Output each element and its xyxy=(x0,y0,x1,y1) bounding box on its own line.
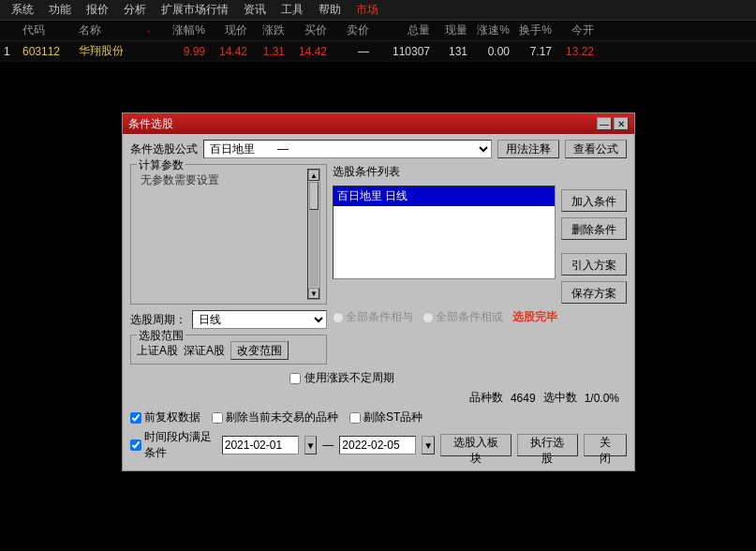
radio-all-or[interactable]: 全部条件相或 xyxy=(422,309,503,325)
selected-count-label: 选中数 xyxy=(543,390,577,406)
select-board-button[interactable]: 选股入板块 xyxy=(440,434,511,456)
close-dialog-button[interactable]: 关闭 xyxy=(584,434,627,456)
menu-analysis[interactable]: 分析 xyxy=(116,0,154,20)
species-count-value: 4649 xyxy=(511,392,536,405)
menu-system[interactable]: 系统 xyxy=(4,0,41,20)
dialog-title-bar: 条件选股 — ✕ xyxy=(123,113,634,134)
range-label: 选股范围 xyxy=(137,328,185,344)
date-from-input[interactable] xyxy=(222,436,299,454)
menu-help[interactable]: 帮助 xyxy=(311,0,348,20)
menu-quote[interactable]: 报价 xyxy=(79,0,116,20)
params-area: 无参数需要设置 ▲ ▼ xyxy=(137,169,320,300)
menu-bar: 系统 功能 报价 分析 扩展市场行情 资讯 工具 帮助 市场 xyxy=(0,0,756,21)
header-dot: · xyxy=(144,24,154,37)
header-change: 涨跌 xyxy=(247,22,285,38)
add-condition-button[interactable]: 加入条件 xyxy=(561,189,627,212)
header-pct: 涨幅% xyxy=(154,22,205,38)
range-item-shanghai: 上证A股 xyxy=(137,343,178,359)
row-buy: 14.42 xyxy=(285,45,327,58)
params-scrollbar[interactable]: ▲ ▼ xyxy=(307,169,320,300)
check-formula-button[interactable]: 查看公式 xyxy=(565,140,627,158)
menu-info[interactable]: 资讯 xyxy=(236,0,274,20)
prev-data-checkbox-row[interactable]: 前复权数据 xyxy=(130,410,200,425)
period-row: 选股周期： 日线 xyxy=(130,310,327,329)
prev-data-checkbox[interactable] xyxy=(130,412,141,424)
table-row[interactable]: 1 603112 华翔股份 9.99 14.42 1.31 14.42 — 11… xyxy=(0,41,756,62)
remove-st-label: 剔除ST品种 xyxy=(363,410,422,425)
right-panel: 选股条件列表 百日地里 日线 加入条件 删除条件 引入方案 保存方案 xyxy=(333,164,627,365)
formula-select[interactable]: 百日地里 — xyxy=(203,140,492,158)
dialog-close-button[interactable]: ✕ xyxy=(614,117,629,130)
use-jump-checkbox[interactable] xyxy=(289,373,301,384)
radio-row: 全部条件相与 全部条件相或 选股完毕 xyxy=(333,309,627,325)
row-open: 13.22 xyxy=(552,45,594,58)
menu-market[interactable]: 市场 xyxy=(348,0,386,20)
select-complete-text: 选股完毕 xyxy=(512,309,557,325)
use-jump-row: 使用涨跌不定周期 xyxy=(289,370,627,386)
date-action-row: 时间段内满足条件 ▼ — ▼ 选股入板块 执行选股 关闭 xyxy=(130,429,627,461)
remove-condition-button[interactable]: 删除条件 xyxy=(561,217,627,240)
scroll-down-btn[interactable]: ▼ xyxy=(308,288,319,299)
header-name: 名称 xyxy=(79,22,144,38)
dialog-body: 条件选股公式 百日地里 — 用法注释 查看公式 计算参数 无参数需要设置 ▲ xyxy=(123,134,634,470)
header-speed: 涨速% xyxy=(467,22,510,38)
radio-all-and[interactable]: 全部条件相与 xyxy=(333,309,413,325)
header-cur: 现量 xyxy=(430,22,467,38)
calc-params-group: 计算参数 无参数需要设置 ▲ ▼ xyxy=(130,164,327,305)
menu-tools[interactable]: 工具 xyxy=(274,0,311,20)
remove-st-checkbox-row[interactable]: 剔除ST品种 xyxy=(349,410,422,425)
period-select[interactable]: 日线 xyxy=(192,310,327,329)
row-pct: 9.99 xyxy=(154,45,205,58)
conditions-list[interactable]: 百日地里 日线 xyxy=(333,186,556,279)
formula-row: 条件选股公式 百日地里 — 用法注释 查看公式 xyxy=(130,140,627,158)
execute-button[interactable]: 执行选股 xyxy=(517,434,579,456)
scroll-thumb[interactable] xyxy=(309,182,319,210)
stats-row: 品种数 4649 选中数 1/0.0% xyxy=(130,390,627,406)
left-buttons: 加入条件 删除条件 引入方案 保存方案 xyxy=(561,189,627,304)
row-total: 110307 xyxy=(369,45,430,58)
formula-label: 条件选股公式 xyxy=(130,141,198,157)
range-content: 上证A股 深证A股 改变范围 xyxy=(137,341,320,360)
remove-st-checkbox[interactable] xyxy=(349,412,361,424)
range-item-shenzhen: 深证A股 xyxy=(184,343,225,359)
date-from-picker[interactable]: ▼ xyxy=(304,436,318,454)
remove-no-trade-label: 剔除当前未交易的品种 xyxy=(226,410,338,425)
header-turnover: 换手% xyxy=(510,22,552,38)
conditions-label: 选股条件列表 xyxy=(333,164,627,180)
row-code: 603112 xyxy=(22,45,79,58)
time-range-checkbox-row[interactable]: 时间段内满足条件 xyxy=(130,429,216,461)
header-buy: 买价 xyxy=(285,22,327,38)
menu-func[interactable]: 功能 xyxy=(41,0,79,20)
prev-data-label: 前复权数据 xyxy=(144,410,200,425)
change-range-button[interactable]: 改变范围 xyxy=(230,341,289,360)
mid-section: 计算参数 无参数需要设置 ▲ ▼ 选股周期： xyxy=(130,164,627,365)
row-speed: 0.00 xyxy=(467,45,510,58)
usage-notes-button[interactable]: 用法注释 xyxy=(497,140,559,158)
save-plan-button[interactable]: 保存方案 xyxy=(561,281,627,304)
remove-no-trade-checkbox-row[interactable]: 剔除当前未交易的品种 xyxy=(212,410,338,425)
use-jump-label: 使用涨跌不定周期 xyxy=(304,370,394,386)
scroll-track xyxy=(309,182,319,287)
condition-item[interactable]: 百日地里 日线 xyxy=(334,186,555,206)
checkboxes-row: 前复权数据 剔除当前未交易的品种 剔除ST品种 xyxy=(130,410,627,425)
menu-extend[interactable]: 扩展市场行情 xyxy=(154,0,236,20)
left-panel: 计算参数 无参数需要设置 ▲ ▼ 选股周期： xyxy=(130,164,327,365)
row-turnover: 7.17 xyxy=(510,45,552,58)
time-range-checkbox[interactable] xyxy=(130,439,141,451)
import-plan-button[interactable]: 引入方案 xyxy=(561,253,627,276)
scroll-up-btn[interactable]: ▲ xyxy=(308,170,319,181)
range-group: 选股范围 上证A股 深证A股 改变范围 xyxy=(130,335,327,365)
time-range-label: 时间段内满足条件 xyxy=(144,429,216,461)
dialog: 条件选股 — ✕ 条件选股公式 百日地里 — 用法注释 查看公式 计算参数 xyxy=(122,112,635,471)
header-open: 今开 xyxy=(552,22,594,38)
header-price: 现价 xyxy=(205,22,247,38)
remove-no-trade-checkbox[interactable] xyxy=(212,412,223,424)
dialog-minimize-button[interactable]: — xyxy=(597,117,612,130)
row-name: 华翔股份 xyxy=(79,43,144,59)
header-code: 代码 xyxy=(22,22,79,38)
date-to-picker[interactable]: ▼ xyxy=(422,436,435,454)
species-count-label: 品种数 xyxy=(469,390,503,406)
table-header: 代码 名称 · 涨幅% 现价 涨跌 买价 卖价 总量 现量 涨速% 换手% 今开 xyxy=(0,21,756,41)
bottom-area: 使用涨跌不定周期 品种数 4649 选中数 1/0.0% 前复权数据 剔除当前未… xyxy=(130,370,627,461)
date-to-input[interactable] xyxy=(339,436,416,454)
